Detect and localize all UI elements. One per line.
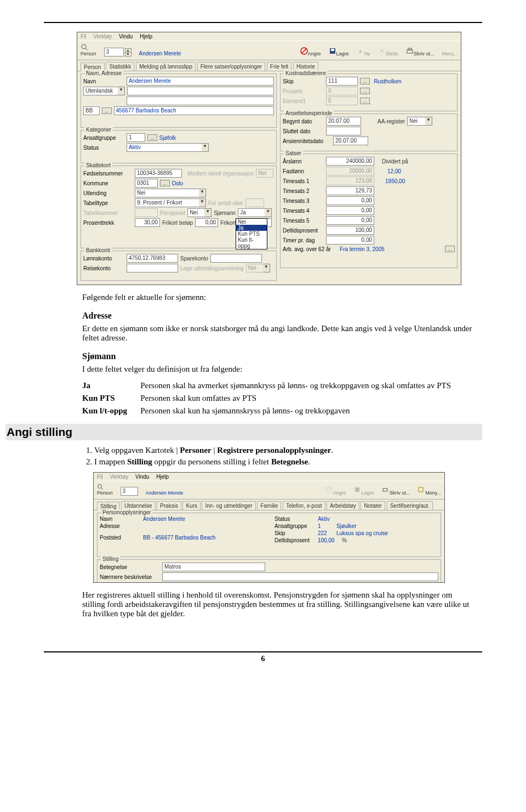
label2-status: Status <box>275 516 316 522</box>
combo-aareg[interactable]: Nei▼ <box>407 117 432 126</box>
combo-sjomann[interactable]: Ja▼ <box>238 208 272 217</box>
field-t5[interactable]: 0,00 <box>326 216 374 225</box>
toolbar-meny[interactable]: Meny... <box>442 51 458 56</box>
menu2-vindu[interactable]: Vindu <box>135 474 149 480</box>
toolbar-skrivut[interactable]: Skriv ut... <box>414 51 434 56</box>
tab2-praksis[interactable]: Praksis <box>157 501 181 510</box>
sjomann-option-nei[interactable]: Nei <box>236 219 267 225</box>
field-prosenttrekk[interactable]: 30,00 <box>135 218 160 227</box>
label-reisekonto: Reisekonto <box>83 265 124 271</box>
field-fnr[interactable]: 100343-36895 <box>135 169 182 178</box>
sjomann-option-kunlt[interactable]: Kun lt-oppg <box>236 237 267 249</box>
label2-navn: Navn <box>100 516 141 522</box>
field-reisekonto[interactable] <box>127 264 178 272</box>
group-bankkonti: Bankkonti <box>84 247 112 253</box>
field-timer[interactable]: 0,00 <box>326 236 374 245</box>
lookup-ansattgruppe-button[interactable]: ... <box>147 134 157 141</box>
tab2-sertif[interactable]: Sertifisering/aut. <box>387 501 433 510</box>
field-prosjekt: 0 <box>326 87 358 95</box>
field-frikortbelop[interactable]: 0,00 <box>195 218 218 227</box>
menu-fil[interactable]: Fil <box>81 33 87 39</box>
field-navn[interactable]: Andersen Merete <box>127 77 274 86</box>
toolbar-person-name: Andersen Merete <box>139 50 293 56</box>
lookup-prosjekt-button[interactable]: ... <box>360 88 370 94</box>
label-skip: Skip <box>283 78 324 84</box>
combo-adresse[interactable]: Utenlandsk▼ <box>83 87 125 95</box>
label2-adresse: Adresse <box>100 523 141 529</box>
tab2-innut[interactable]: Inn- og utmeldinger <box>202 501 255 510</box>
combo-status[interactable]: Aktiv▼ <box>127 143 209 152</box>
spin-down-icon[interactable]: ▼ <box>125 53 132 56</box>
toolbar-lagre[interactable]: Lagre <box>336 51 349 56</box>
toolbar2: Person 3 Andersen Merete Angre Lagre Skr… <box>94 481 444 499</box>
tab2-utdannelse[interactable]: Utdannelse <box>121 501 156 510</box>
save-icon[interactable] <box>329 47 336 55</box>
field-landnavn[interactable]: 456677 Barbados Beach <box>114 106 275 115</box>
menu2-fil[interactable]: Fil <box>97 474 103 480</box>
lookup-skip-button[interactable]: ... <box>360 78 370 84</box>
field-skip[interactable]: 111 <box>326 77 358 86</box>
label-t3: Timesats 3 <box>283 198 324 204</box>
tab-satser[interactable]: Flere satser/opplysninger <box>197 62 265 71</box>
field-lonnskonto[interactable]: 4750.12.76983 <box>127 254 178 263</box>
menu-vindu[interactable]: Vindu <box>119 33 133 39</box>
field-begynt[interactable]: 20.07.00 <box>326 117 361 126</box>
tab-statistikk[interactable]: Statistikk <box>106 62 134 71</box>
field-ansattgruppe[interactable]: 1 <box>127 133 145 142</box>
sjomann-option-kunpts[interactable]: Kun PTS <box>236 231 267 237</box>
tab2-familie[interactable]: Familie <box>257 501 281 510</box>
svg-rect-10 <box>408 48 411 50</box>
field-t2[interactable]: 129,73 <box>326 186 374 195</box>
field-t3[interactable]: 0,00 <box>326 196 374 205</box>
tab2-kurs[interactable]: Kurs <box>182 501 201 510</box>
print-icon[interactable] <box>406 47 414 55</box>
combo-utlending[interactable]: Nei▼ <box>135 189 206 197</box>
menu2-hjelp[interactable]: Hjelp <box>156 474 169 480</box>
menu-verktoy[interactable]: Verktøy <box>93 33 112 39</box>
field-landkode[interactable]: BB <box>83 106 100 115</box>
tab-historie[interactable]: Historie <box>293 62 318 71</box>
tab2-notater[interactable]: Notater <box>361 501 385 510</box>
field-arslonn[interactable]: 240000,00 <box>326 157 374 166</box>
tab2-telefon[interactable]: Telefon, e-post <box>283 501 325 510</box>
menu-icon[interactable] <box>418 486 425 494</box>
sjomann-dropdown-list[interactable]: Nei Ja Kun PTS Kun lt-oppg <box>236 218 267 249</box>
field2-naermere[interactable] <box>162 572 438 581</box>
tab-melding[interactable]: Melding på lønnsslipp <box>136 62 196 71</box>
menu2-verktoy[interactable]: Verktøy <box>110 474 128 480</box>
person-id-field[interactable]: 3 <box>104 48 124 56</box>
field-fastlonn: 20000,00 <box>326 167 374 175</box>
lookup-kommune-button[interactable]: ... <box>160 180 170 186</box>
skip-name: Rustholken <box>374 78 402 84</box>
field-kommune-code[interactable]: 0301 <box>135 179 158 188</box>
menu-hjelp[interactable]: Hjelp <box>140 33 152 39</box>
value2-navn: Andersen Merete <box>143 516 185 522</box>
label2-skip: Skip <box>275 530 316 536</box>
field-adresse1[interactable] <box>127 87 274 95</box>
field-deltid[interactable]: 100,00 <box>326 226 374 235</box>
print-icon[interactable] <box>382 486 390 494</box>
person-id-field-2[interactable]: 3 <box>121 487 138 496</box>
def-ja-val: Personen skal ha avmerket sjømannkryss p… <box>140 379 464 392</box>
label2-betegnelse: Betegnelse <box>100 564 160 570</box>
field-sparekonto[interactable] <box>210 254 262 263</box>
step-2: I mappen Stilling oppgir du personens st… <box>94 457 477 467</box>
field-sluttet[interactable] <box>326 127 361 135</box>
svg-line-3 <box>302 49 306 53</box>
combo-lageutb[interactable]: Nei▼ <box>246 264 270 272</box>
field-t4[interactable]: 0,00 <box>326 206 374 215</box>
lookup-arb62-button[interactable]: ... <box>445 246 455 252</box>
lookup-land-button[interactable]: ... <box>102 107 112 114</box>
toolbar-angre[interactable]: Angre <box>308 51 321 56</box>
sjomann-option-ja[interactable]: Ja <box>236 225 267 231</box>
combo-tabelltype[interactable]: 9: Prosent / Frikort▼ <box>135 198 206 207</box>
combo-pensjonist[interactable]: Nei▼ <box>187 208 211 217</box>
undo-icon[interactable] <box>300 47 308 55</box>
field2-betegnelse[interactable]: Matros <box>162 563 265 571</box>
lookup-element1-button[interactable]: ... <box>360 98 370 104</box>
field-ansdato[interactable]: 20.07.00 <box>333 137 368 145</box>
field-adresse2[interactable] <box>127 96 274 105</box>
tab-friefelt[interactable]: Frie felt <box>267 62 291 71</box>
tab2-arbeidstoy[interactable]: Arbeidstøy <box>327 501 359 510</box>
def-lt-val: Personen skal kun ha sjømannskryss på lø… <box>140 405 464 417</box>
